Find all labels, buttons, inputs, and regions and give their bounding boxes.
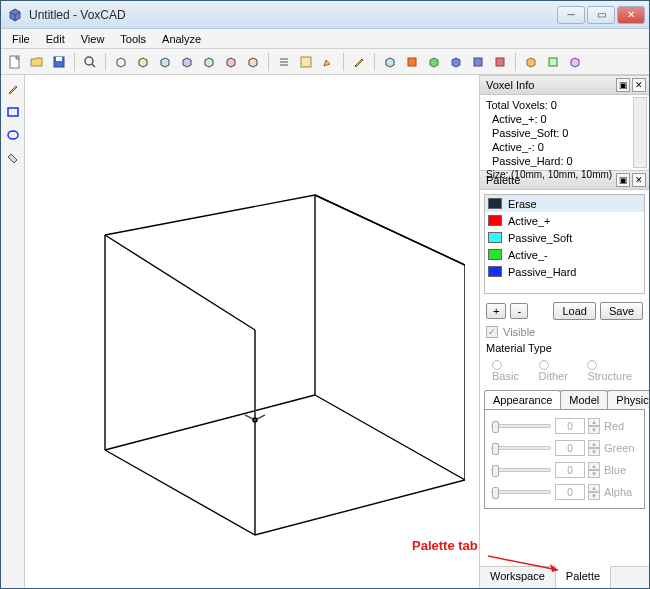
bottom-tab-workspace[interactable]: Workspace <box>480 566 556 588</box>
radio-structure[interactable]: Structure <box>587 358 643 382</box>
overlay-button-1[interactable] <box>380 52 400 72</box>
voxel-info-size: Size: (10mm, 10mm, 10mm) <box>486 168 646 182</box>
pencil-tool-button[interactable] <box>3 79 23 99</box>
maximize-button[interactable]: ▭ <box>587 6 615 24</box>
save-file-button[interactable] <box>49 52 69 72</box>
rectangle-tool-button[interactable] <box>3 102 23 122</box>
tab-model[interactable]: Model <box>560 390 608 409</box>
view-list-button[interactable] <box>274 52 294 72</box>
minimize-button[interactable]: ─ <box>557 6 585 24</box>
toolbar-separator <box>105 53 106 71</box>
svg-rect-2 <box>56 57 62 61</box>
view-right-button[interactable] <box>199 52 219 72</box>
menu-view[interactable]: View <box>74 31 112 47</box>
spin-up-icon[interactable]: ▲ <box>588 484 600 492</box>
red-value[interactable]: 0 <box>555 418 585 434</box>
radio-basic[interactable]: Basic <box>492 358 531 382</box>
material-list[interactable]: Erase Active_+ Passive_Soft Active_- <box>484 194 645 294</box>
drawing-tools-sidebar <box>1 75 25 588</box>
material-item-erase[interactable]: Erase <box>485 195 644 212</box>
swatch-icon <box>488 266 502 277</box>
swatch-icon <box>488 249 502 260</box>
panel-close-icon[interactable]: ✕ <box>632 78 646 92</box>
view-left-button[interactable] <box>177 52 197 72</box>
menu-file[interactable]: File <box>5 31 37 47</box>
voxel-info-line: Passive_Hard: 0 <box>486 154 646 168</box>
svg-line-20 <box>255 265 465 330</box>
spin-up-icon[interactable]: ▲ <box>588 440 600 448</box>
view-front-button[interactable] <box>221 52 241 72</box>
svg-line-22 <box>105 395 315 450</box>
view-bottom-button[interactable] <box>155 52 175 72</box>
save-palette-button[interactable]: Save <box>600 302 643 320</box>
overlay-button-5[interactable] <box>468 52 488 72</box>
spin-down-icon[interactable]: ▼ <box>588 426 600 434</box>
material-item-active-minus[interactable]: Active_- <box>485 246 644 263</box>
check-icon: ✓ <box>486 326 498 338</box>
overlay-button-6[interactable] <box>490 52 510 72</box>
green-label: Green <box>604 442 635 454</box>
viewport[interactable] <box>25 75 479 588</box>
spin-down-icon[interactable]: ▼ <box>588 448 600 456</box>
info-button[interactable] <box>296 52 316 72</box>
alpha-slider[interactable] <box>491 490 551 494</box>
analyze-button-3[interactable] <box>565 52 585 72</box>
green-slider[interactable] <box>491 446 551 450</box>
scrollbar[interactable] <box>633 97 647 168</box>
visible-checkbox-row[interactable]: ✓ Visible <box>480 324 649 340</box>
overlay-button-2[interactable] <box>402 52 422 72</box>
overlay-button-3[interactable] <box>424 52 444 72</box>
spin-down-icon[interactable]: ▼ <box>588 492 600 500</box>
palette-body: Erase Active_+ Passive_Soft Active_- <box>480 190 649 588</box>
tab-physical[interactable]: Physical <box>607 390 649 409</box>
tab-appearance[interactable]: Appearance <box>484 390 561 409</box>
menu-edit[interactable]: Edit <box>39 31 72 47</box>
material-item-passive-soft[interactable]: Passive_Soft <box>485 229 644 246</box>
ellipse-tool-button[interactable] <box>3 125 23 145</box>
menu-tools[interactable]: Tools <box>113 31 153 47</box>
open-file-button[interactable] <box>27 52 47 72</box>
material-item-passive-hard[interactable]: Passive_Hard <box>485 263 644 280</box>
view-perspective-button[interactable] <box>111 52 131 72</box>
bucket-tool-button[interactable] <box>3 148 23 168</box>
spin-up-icon[interactable]: ▲ <box>588 462 600 470</box>
svg-rect-11 <box>496 58 504 66</box>
add-material-button[interactable]: + <box>486 303 506 319</box>
red-slider[interactable] <box>491 424 551 428</box>
spin-up-icon[interactable]: ▲ <box>588 418 600 426</box>
titlebar: Untitled - VoxCAD ─ ▭ ✕ <box>1 1 649 29</box>
red-label: Red <box>604 420 624 432</box>
svg-rect-12 <box>549 58 557 66</box>
load-palette-button[interactable]: Load <box>553 302 595 320</box>
remove-material-button[interactable]: - <box>510 303 528 319</box>
swatch-icon <box>488 215 502 226</box>
overlay-button-4[interactable] <box>446 52 466 72</box>
green-value[interactable]: 0 <box>555 440 585 456</box>
spin-down-icon[interactable]: ▼ <box>588 470 600 478</box>
svg-rect-10 <box>474 58 482 66</box>
alpha-value[interactable]: 0 <box>555 484 585 500</box>
menu-analyze[interactable]: Analyze <box>155 31 208 47</box>
analyze-button-2[interactable] <box>543 52 563 72</box>
material-label: Passive_Soft <box>508 232 572 244</box>
close-button[interactable]: ✕ <box>617 6 645 24</box>
svg-line-19 <box>105 235 255 330</box>
bottom-tab-palette[interactable]: Palette <box>556 566 611 588</box>
analyze-button-1[interactable] <box>521 52 541 72</box>
svg-line-21 <box>315 395 465 480</box>
blue-value[interactable]: 0 <box>555 462 585 478</box>
voxel-info-header[interactable]: Voxel Info ▣ ✕ <box>480 75 649 95</box>
new-file-button[interactable] <box>5 52 25 72</box>
zoom-fit-button[interactable] <box>80 52 100 72</box>
radio-dither[interactable]: Dither <box>539 358 580 382</box>
edit-toggle-button[interactable] <box>318 52 338 72</box>
material-item-active-plus[interactable]: Active_+ <box>485 212 644 229</box>
pencil-toggle-button[interactable] <box>349 52 369 72</box>
view-back-button[interactable] <box>243 52 263 72</box>
blue-slider[interactable] <box>491 468 551 472</box>
panel-float-icon[interactable]: ▣ <box>616 78 630 92</box>
view-top-button[interactable] <box>133 52 153 72</box>
blue-label: Blue <box>604 464 626 476</box>
alpha-label: Alpha <box>604 486 632 498</box>
toolbar-separator <box>268 53 269 71</box>
